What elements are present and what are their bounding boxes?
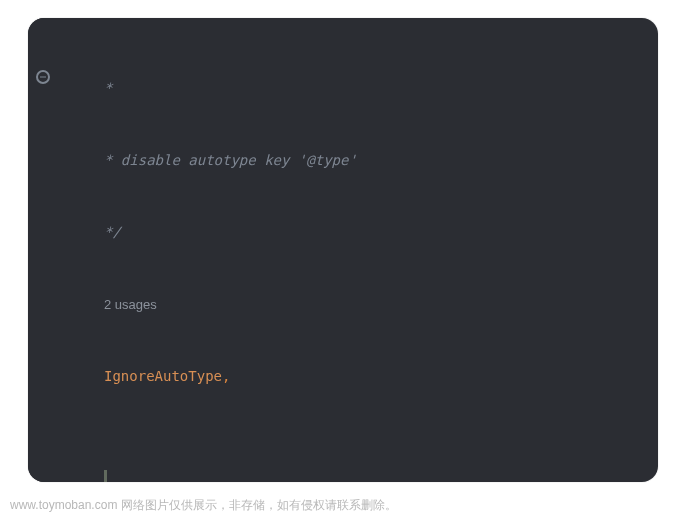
code-area[interactable]: * * disable autotype key '@type' */ 2 us… <box>64 18 658 482</box>
fold-icon[interactable] <box>36 70 50 84</box>
enum-constant-ignore-auto-type[interactable]: IgnoreAutoType <box>104 368 222 384</box>
page-watermark: www.toymoban.com 网络图片仅供展示，非存储，如有侵权请联系删除。 <box>10 497 397 514</box>
doc-text: Since: 1.2.30 disable field smart match,… <box>125 481 483 482</box>
javadoc-line: * disable autotype key '@type' <box>104 152 357 168</box>
code-editor[interactable]: * * disable autotype key '@type' */ 2 us… <box>28 18 658 482</box>
editor-gutter <box>28 18 64 482</box>
usages-hint[interactable]: 2 usages <box>104 297 157 312</box>
comma: , <box>222 368 230 384</box>
javadoc-end: */ <box>104 224 121 240</box>
rendered-doc: Since: 1.2.30 disable field smart match,… <box>104 470 658 482</box>
javadoc-line: * <box>104 80 112 96</box>
